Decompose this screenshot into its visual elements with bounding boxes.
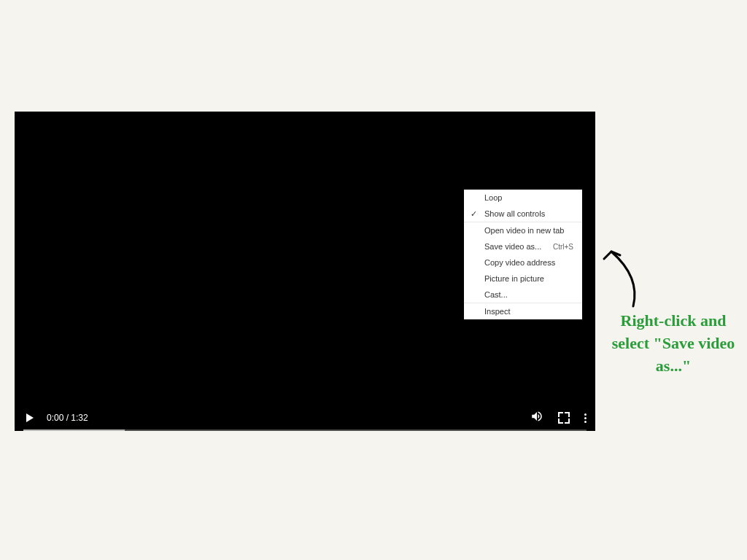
menu-item-inspect[interactable]: Inspect [464, 303, 582, 319]
check-icon: ✓ [471, 209, 477, 219]
volume-button[interactable] [530, 410, 543, 426]
video-controls-bar: 0:00 / 1:32 [15, 405, 595, 431]
progress-fill [23, 429, 125, 431]
context-menu: Loop ✓ Show all controls Open video in n… [464, 190, 582, 319]
volume-icon [530, 410, 543, 423]
menu-item-copy-address[interactable]: Copy video address [464, 254, 582, 271]
controls-right-group [530, 410, 587, 426]
menu-item-cast[interactable]: Cast... [464, 287, 582, 303]
menu-label: Picture in picture [484, 274, 544, 283]
annotation-text: Right-click and select "Save video as...… [604, 310, 743, 377]
menu-label: Open video in new tab [484, 226, 564, 235]
progress-bar[interactable] [23, 429, 587, 431]
fullscreen-button[interactable] [558, 412, 570, 424]
menu-label: Copy video address [484, 258, 555, 267]
dot-icon [584, 417, 587, 419]
menu-label: Loop [484, 193, 502, 202]
menu-label: Cast... [484, 290, 508, 299]
menu-shortcut: Ctrl+S [553, 243, 573, 251]
menu-section-2: Open video in new tab Save video as... C… [464, 222, 582, 303]
menu-item-loop[interactable]: Loop [464, 190, 582, 206]
menu-item-show-controls[interactable]: ✓ Show all controls [464, 206, 582, 222]
dot-icon [584, 413, 587, 416]
play-icon [26, 413, 34, 422]
menu-item-pip[interactable]: Picture in picture [464, 271, 582, 287]
time-display: 0:00 / 1:32 [47, 413, 88, 423]
dot-icon [584, 421, 587, 423]
menu-section-1: Loop ✓ Show all controls [464, 190, 582, 222]
play-button[interactable] [23, 411, 36, 424]
menu-label: Save video as... [484, 242, 541, 251]
menu-item-save-as[interactable]: Save video as... Ctrl+S [464, 238, 582, 254]
menu-label: Inspect [484, 307, 510, 316]
menu-label: Show all controls [484, 209, 545, 218]
more-options-button[interactable] [584, 413, 587, 423]
menu-item-open-new-tab[interactable]: Open video in new tab [464, 222, 582, 238]
menu-section-3: Inspect [464, 303, 582, 319]
fullscreen-icon [558, 412, 570, 424]
annotation-arrow [589, 241, 648, 314]
